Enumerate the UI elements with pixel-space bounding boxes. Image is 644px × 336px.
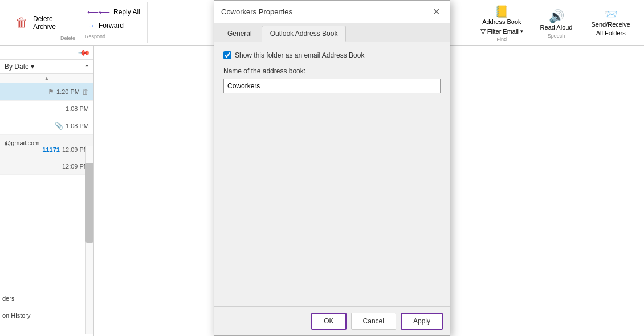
reply-all-label: Reply All — [113, 8, 140, 16]
forward-icon: → — [87, 21, 95, 30]
find-section: 📒 Address Book ▽ Filter Email ▾ Find — [473, 2, 531, 43]
address-book-icon: 📒 — [495, 5, 509, 18]
address-book-label: Address Book — [482, 18, 521, 25]
email-meta: 11171 12:09 PM — [5, 146, 89, 153]
coworkers-properties-dialog: Coworkers Properties ✕ General Outlook A… — [214, 0, 450, 336]
list-item[interactable]: 12:09 PM — [0, 158, 93, 175]
checkbox-row: Show this folder as an email Address Boo… — [223, 51, 441, 59]
modal-footer: OK Cancel Apply — [214, 306, 450, 335]
respond-section: ⟵⟵ Reply All → Forward Respond — [80, 2, 148, 43]
read-aloud-button[interactable]: 🔊 Read Aloud — [537, 7, 576, 33]
trash-icon[interactable]: 🗑 — [82, 88, 89, 96]
address-book-button[interactable]: 📒 Address Book — [479, 3, 524, 26]
sidebar-item-history[interactable]: on History — [2, 312, 31, 319]
scrollbar-track — [85, 146, 93, 334]
modal-content: Show this folder as an email Address Boo… — [214, 42, 450, 306]
up-arrow-icon: ▲ — [44, 75, 50, 81]
email-time: 1:08 PM — [66, 122, 89, 129]
email-time: 12:09 PM — [62, 163, 89, 170]
apply-button[interactable]: Apply — [401, 313, 443, 330]
address-book-name-input[interactable] — [223, 79, 441, 93]
scrollbar-thumb[interactable] — [85, 163, 93, 243]
speech-section: 🔊 Read Aloud Speech — [531, 2, 582, 43]
forward-label: Forward — [99, 22, 124, 30]
sidebar-item-ders[interactable]: ders — [2, 295, 14, 302]
filter-dropdown-icon: ▾ — [520, 28, 523, 34]
flag-icon: ⚑ — [48, 88, 54, 96]
modal-tabs: General Outlook Address Book — [214, 23, 450, 42]
speech-section-label: Speech — [548, 33, 565, 39]
modal-title: Coworkers Properties — [221, 7, 292, 16]
archive-label: Archive — [33, 23, 56, 31]
email-meta: 12:09 PM — [5, 163, 89, 170]
send-receive-label: Send/ReceiveAll Folders — [592, 21, 631, 37]
sort-dropdown-icon: ▾ — [31, 63, 34, 71]
attachment-icon: 📎 — [55, 122, 63, 130]
send-receive-button[interactable]: 📨 Send/ReceiveAll Folders — [588, 6, 634, 39]
pin-icon[interactable]: 📌 — [78, 46, 91, 59]
delete-button[interactable]: 🗑 Delete Archive — [9, 11, 59, 34]
tab-outlook-address-book[interactable]: Outlook Address Book — [262, 26, 347, 42]
email-time: 1:08 PM — [66, 105, 89, 112]
email-meta: 1:08 PM — [5, 105, 89, 112]
show-as-address-book-checkbox[interactable] — [223, 51, 231, 59]
tab-general[interactable]: General — [219, 26, 260, 42]
address-book-name-label: Name of the address book: — [223, 67, 441, 75]
panel-header: 📌 — [0, 46, 93, 60]
sort-button[interactable]: By Date ▾ — [5, 63, 34, 71]
send-receive-icon: 📨 — [605, 8, 617, 21]
read-aloud-label: Read Aloud — [540, 24, 573, 31]
email-meta: ⚑ 1:20 PM 🗑 — [5, 88, 89, 96]
email-meta: 📎 1:08 PM — [5, 122, 89, 130]
filter-email-label: Filter Email — [487, 28, 519, 35]
read-aloud-icon: 🔊 — [549, 9, 564, 24]
filter-email-button[interactable]: ▽ Filter Email ▾ — [480, 27, 523, 35]
list-item[interactable]: 1:08 PM — [0, 101, 93, 117]
scroll-up-arrow[interactable]: ▲ — [0, 74, 93, 83]
send-receive-section: 📨 Send/ReceiveAll Folders — [582, 2, 640, 43]
ok-button[interactable]: OK — [311, 313, 346, 330]
email-badge: 11171 — [42, 146, 60, 153]
email-sender: @gmail.com — [5, 140, 89, 146]
email-time: 12:09 PM — [62, 146, 89, 153]
delete-section: 🗑 Delete Archive Delete — [5, 2, 80, 43]
sort-label: By Date — [5, 63, 29, 71]
filter-icon: ▽ — [480, 27, 486, 35]
modal-titlebar: Coworkers Properties ✕ — [214, 1, 450, 23]
list-item[interactable]: 📎 1:08 PM — [0, 117, 93, 135]
checkbox-label: Show this folder as an email Address Boo… — [235, 51, 364, 59]
reply-all-icon: ⟵⟵ — [87, 7, 110, 17]
list-item[interactable]: ⚑ 1:20 PM 🗑 — [0, 83, 93, 101]
sort-bar: By Date ▾ ↑ — [0, 60, 93, 74]
left-panel: 📌 By Date ▾ ↑ ▲ ⚑ 1:20 PM 🗑 — [0, 46, 94, 336]
find-section-label: Find — [497, 36, 507, 42]
respond-section-label: Respond — [85, 34, 105, 39]
delete-icon: 🗑 — [13, 14, 31, 32]
delete-section-label: Delete — [60, 35, 75, 41]
sort-direction-icon[interactable]: ↑ — [85, 62, 89, 71]
email-time: 1:20 PM — [56, 88, 80, 95]
forward-button[interactable]: → Forward — [85, 20, 126, 31]
reply-all-button[interactable]: ⟵⟵ Reply All — [85, 6, 142, 18]
delete-label: Delete — [33, 15, 56, 23]
modal-close-button[interactable]: ✕ — [429, 5, 443, 19]
list-item[interactable]: @gmail.com 11171 12:09 PM — [0, 135, 93, 158]
cancel-button[interactable]: Cancel — [351, 313, 396, 330]
